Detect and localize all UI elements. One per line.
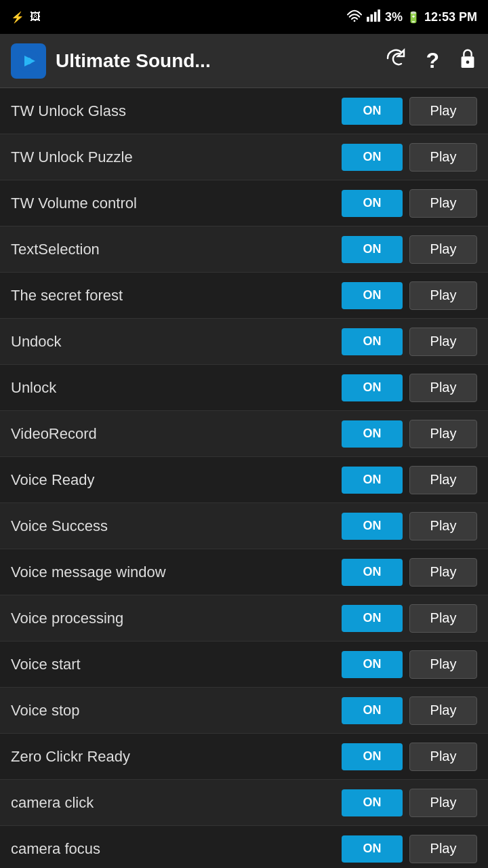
sound-row: TW Volume controlONPlay	[0, 180, 488, 226]
sound-name: Voice start	[11, 656, 342, 673]
toggle-button[interactable]: ON	[342, 374, 403, 401]
svg-rect-2	[370, 14, 373, 22]
toggle-button[interactable]: ON	[342, 282, 403, 309]
sound-row: Voice startONPlay	[0, 642, 488, 688]
svg-rect-3	[374, 12, 377, 22]
sound-row: Voice processingONPlay	[0, 595, 488, 642]
sound-name: camera focus	[11, 840, 342, 858]
play-button[interactable]: Play	[409, 328, 477, 356]
play-button[interactable]: Play	[409, 558, 477, 587]
toggle-button[interactable]: ON	[342, 789, 403, 816]
svg-rect-4	[378, 9, 380, 22]
toggle-button[interactable]: ON	[342, 98, 403, 125]
sound-row: UnlockONPlay	[0, 365, 488, 411]
play-button[interactable]: Play	[409, 374, 477, 402]
toggle-button[interactable]: ON	[342, 467, 403, 494]
toggle-button[interactable]: ON	[342, 559, 403, 586]
toggle-button[interactable]: ON	[342, 835, 403, 863]
toggle-button[interactable]: ON	[342, 420, 403, 448]
sound-name: TW Unlock Puzzle	[11, 149, 342, 166]
sound-row: TW Unlock PuzzleONPlay	[0, 134, 488, 180]
app-header: Ultimate Sound... ?	[0, 34, 488, 88]
refresh-button[interactable]	[385, 47, 407, 74]
help-button[interactable]: ?	[426, 48, 439, 73]
svg-rect-1	[367, 17, 369, 22]
sound-name: VideoRecord	[11, 425, 342, 443]
sound-name: Voice processing	[11, 610, 342, 627]
toggle-button[interactable]: ON	[342, 513, 403, 540]
image-icon: 🖼	[30, 11, 41, 23]
sound-row: TW Unlock GlassONPlay	[0, 88, 488, 134]
play-button[interactable]: Play	[409, 512, 477, 540]
app-title: Ultimate Sound...	[56, 50, 385, 72]
battery-percent: 3%	[385, 10, 403, 24]
time-display: 12:53 PM	[424, 10, 477, 24]
sound-row: TextSelectionONPlay	[0, 226, 488, 273]
toggle-button[interactable]: ON	[342, 743, 403, 770]
toggle-button[interactable]: ON	[342, 190, 403, 217]
sound-row: camera clickONPlay	[0, 780, 488, 826]
toggle-button[interactable]: ON	[342, 651, 403, 678]
play-button[interactable]: Play	[409, 650, 477, 679]
usb-icon: ⚡	[11, 11, 24, 24]
play-button[interactable]: Play	[409, 835, 477, 863]
sound-row: Zero Clickr ReadyONPlay	[0, 734, 488, 780]
app-logo	[11, 43, 46, 79]
sound-name: Undock	[11, 333, 342, 351]
play-button[interactable]: Play	[409, 420, 477, 448]
play-button[interactable]: Play	[409, 281, 477, 310]
status-bar: ⚡ 🖼 3% 🔋 12:53 PM	[0, 0, 488, 34]
play-button[interactable]: Play	[409, 604, 477, 633]
battery-icon: 🔋	[407, 11, 420, 24]
sound-row: camera focusONPlay	[0, 826, 488, 868]
lock-button[interactable]	[458, 47, 477, 74]
sound-name: Voice Success	[11, 517, 342, 535]
sound-name: Zero Clickr Ready	[11, 748, 342, 766]
toggle-button[interactable]: ON	[342, 697, 403, 724]
play-button[interactable]: Play	[409, 789, 477, 817]
sound-name: TW Unlock Glass	[11, 102, 342, 120]
sound-row: Voice ReadyONPlay	[0, 457, 488, 503]
toggle-button[interactable]: ON	[342, 328, 403, 355]
play-button[interactable]: Play	[409, 466, 477, 494]
sound-name: camera click	[11, 794, 342, 812]
sound-name: TextSelection	[11, 241, 342, 258]
sound-row: VideoRecordONPlay	[0, 411, 488, 457]
sound-list: TW Unlock GlassONPlayTW Unlock PuzzleONP…	[0, 88, 488, 868]
sound-row: The secret forestONPlay	[0, 273, 488, 319]
play-button[interactable]: Play	[409, 189, 477, 218]
signal-icon	[366, 9, 381, 24]
sound-name: Unlock	[11, 379, 342, 397]
sound-row: Voice stopONPlay	[0, 688, 488, 734]
sound-row: UndockONPlay	[0, 319, 488, 365]
sound-row: Voice SuccessONPlay	[0, 503, 488, 549]
sound-name: Voice message window	[11, 564, 342, 581]
wifi-icon	[347, 9, 362, 24]
svg-point-0	[354, 20, 356, 22]
sound-row: Voice message windowONPlay	[0, 549, 488, 595]
toggle-button[interactable]: ON	[342, 605, 403, 632]
play-button[interactable]: Play	[409, 143, 477, 172]
sound-name: Voice Ready	[11, 471, 342, 489]
play-button[interactable]: Play	[409, 97, 477, 125]
toggle-button[interactable]: ON	[342, 236, 403, 263]
sound-name: The secret forest	[11, 287, 342, 304]
play-button[interactable]: Play	[409, 696, 477, 725]
toggle-button[interactable]: ON	[342, 144, 403, 171]
sound-name: Voice stop	[11, 702, 342, 719]
play-button[interactable]: Play	[409, 235, 477, 264]
sound-name: TW Volume control	[11, 195, 342, 212]
play-button[interactable]: Play	[409, 743, 477, 771]
svg-point-9	[466, 60, 470, 64]
